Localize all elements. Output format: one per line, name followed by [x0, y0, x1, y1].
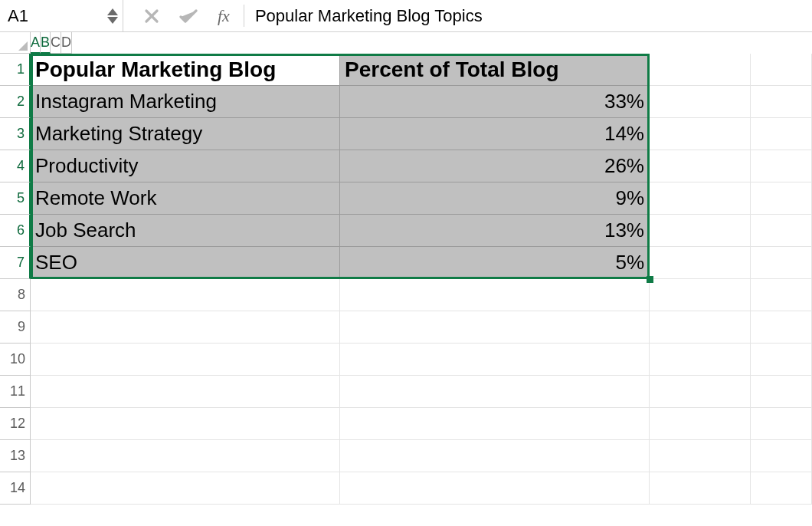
sheet-grid[interactable]: 1Popular Marketing BlogPercent of Total … [0, 54, 812, 505]
row-header-1[interactable]: 1 [0, 54, 31, 86]
cell-A14[interactable] [31, 472, 340, 505]
cell-B14[interactable] [340, 472, 650, 505]
row-header-5[interactable]: 5 [0, 182, 31, 215]
cell-A12[interactable] [31, 408, 340, 440]
table-row: 10 [0, 344, 812, 376]
select-all-corner[interactable] [0, 32, 31, 54]
cell-D5[interactable] [751, 182, 812, 215]
row-header-8[interactable]: 8 [0, 279, 31, 311]
cell-B10[interactable] [340, 344, 650, 376]
cancel-icon [144, 8, 159, 24]
cell-C2[interactable] [650, 86, 751, 118]
table-row: 12 [0, 408, 812, 440]
row-header-4[interactable]: 4 [0, 150, 31, 182]
cell-C12[interactable] [650, 408, 751, 440]
divider [123, 0, 130, 31]
column-header-C[interactable]: C [51, 32, 61, 54]
cell-A6[interactable]: Job Search [31, 215, 340, 247]
cell-C4[interactable] [650, 150, 751, 182]
cell-D10[interactable] [751, 344, 812, 376]
cell-D7[interactable] [751, 247, 812, 279]
cell-D2[interactable] [751, 86, 812, 118]
cell-A8[interactable] [31, 279, 340, 311]
cell-B11[interactable] [340, 376, 650, 408]
row-header-2[interactable]: 2 [0, 86, 31, 118]
column-header-D[interactable]: D [61, 32, 72, 54]
row-header-3[interactable]: 3 [0, 118, 31, 150]
cell-C13[interactable] [650, 440, 751, 472]
cell-A1[interactable]: Popular Marketing Blog [31, 54, 340, 86]
cell-A9[interactable] [31, 311, 340, 344]
cell-C8[interactable] [650, 279, 751, 311]
cell-B7[interactable]: 5% [340, 247, 650, 279]
cell-A10[interactable] [31, 344, 340, 376]
cell-B5[interactable]: 9% [340, 182, 650, 215]
table-row: 9 [0, 311, 812, 344]
cell-C6[interactable] [650, 215, 751, 247]
table-row: 4Productivity26% [0, 150, 812, 182]
cell-C11[interactable] [650, 376, 751, 408]
column-headers: ABCD [0, 32, 812, 54]
row-header-12[interactable]: 12 [0, 408, 31, 440]
cell-B6[interactable]: 13% [340, 215, 650, 247]
cell-C1[interactable] [650, 54, 751, 86]
formula-bar: fx [0, 0, 812, 32]
table-row: 1Popular Marketing BlogPercent of Total … [0, 54, 812, 86]
table-row: 6Job Search13% [0, 215, 812, 247]
chevron-up-icon[interactable] [107, 8, 118, 15]
cell-C14[interactable] [650, 472, 751, 505]
cell-A4[interactable]: Productivity [31, 150, 340, 182]
cell-D11[interactable] [751, 376, 812, 408]
cell-B3[interactable]: 14% [340, 118, 650, 150]
cell-A11[interactable] [31, 376, 340, 408]
row-header-9[interactable]: 9 [0, 311, 31, 344]
cell-B1[interactable]: Percent of Total Blog [340, 54, 650, 86]
cell-D4[interactable] [751, 150, 812, 182]
cell-D14[interactable] [751, 472, 812, 505]
row-header-13[interactable]: 13 [0, 440, 31, 472]
cell-C7[interactable] [650, 247, 751, 279]
cell-C10[interactable] [650, 344, 751, 376]
column-header-A[interactable]: A [31, 32, 41, 54]
cell-B9[interactable] [340, 311, 650, 344]
cell-B13[interactable] [340, 440, 650, 472]
cell-C5[interactable] [650, 182, 751, 215]
cell-A2[interactable]: Instagram Marketing [31, 86, 340, 118]
cell-A13[interactable] [31, 440, 340, 472]
cell-C3[interactable] [650, 118, 751, 150]
cell-D12[interactable] [751, 408, 812, 440]
name-box-stepper[interactable] [107, 8, 123, 24]
cell-D3[interactable] [751, 118, 812, 150]
row-header-11[interactable]: 11 [0, 376, 31, 408]
cell-C9[interactable] [650, 311, 751, 344]
cell-B12[interactable] [340, 408, 650, 440]
row-header-7[interactable]: 7 [0, 247, 31, 279]
name-box-input[interactable] [0, 6, 107, 26]
cell-A7[interactable]: SEO [31, 247, 340, 279]
cell-D9[interactable] [751, 311, 812, 344]
cell-A5[interactable]: Remote Work [31, 182, 340, 215]
row-header-6[interactable]: 6 [0, 215, 31, 247]
confirm-icon [179, 8, 198, 24]
cell-A3[interactable]: Marketing Strategy [31, 118, 340, 150]
cell-B4[interactable]: 26% [340, 150, 650, 182]
cell-D1[interactable] [751, 54, 812, 86]
fx-button[interactable]: fx [218, 6, 230, 26]
table-row: 2Instagram Marketing33% [0, 86, 812, 118]
chevron-down-icon[interactable] [107, 17, 118, 24]
column-header-B[interactable]: B [41, 32, 51, 54]
table-row: 13 [0, 440, 812, 472]
table-row: 14 [0, 472, 812, 505]
cell-D6[interactable] [751, 215, 812, 247]
cell-B8[interactable] [340, 279, 650, 311]
row-header-14[interactable]: 14 [0, 472, 31, 505]
cell-D8[interactable] [751, 279, 812, 311]
table-row: 5Remote Work9% [0, 182, 812, 215]
formula-bar-buttons: fx [130, 0, 244, 31]
cell-D13[interactable] [751, 440, 812, 472]
name-box [0, 0, 123, 31]
formula-input[interactable] [244, 0, 812, 31]
cell-B2[interactable]: 33% [340, 86, 650, 118]
row-header-10[interactable]: 10 [0, 344, 31, 376]
table-row: 3Marketing Strategy14% [0, 118, 812, 150]
